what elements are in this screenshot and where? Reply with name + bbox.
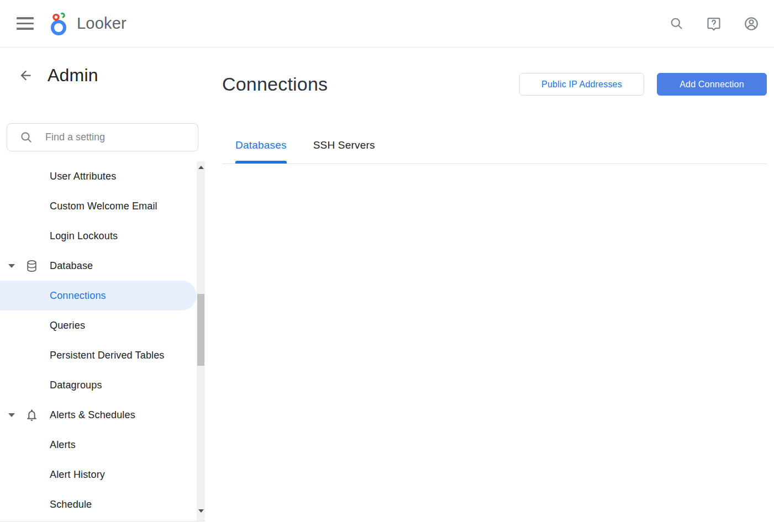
- sidebar-item-label: Alerts & Schedules: [0, 409, 135, 421]
- search-icon: [669, 16, 684, 31]
- bell-icon: [24, 408, 39, 422]
- help-icon: [706, 16, 722, 31]
- sidebar-item-login-lockouts[interactable]: Login Lockouts: [0, 221, 197, 251]
- sidebar-item-label: Alerts: [0, 439, 76, 451]
- settings-search-box[interactable]: [7, 123, 198, 151]
- sidebar-item-datagroups[interactable]: Datagroups: [0, 370, 197, 400]
- sidebar-item-user-attributes[interactable]: User Attributes: [0, 161, 197, 191]
- sidebar-item-label: User Attributes: [0, 171, 116, 182]
- looker-logo[interactable]: Looker: [49, 11, 127, 36]
- sidebar-title: Admin: [48, 65, 98, 86]
- page-title: Connections: [222, 73, 328, 95]
- expand-caret-icon[interactable]: [8, 413, 15, 417]
- search-icon: [19, 130, 33, 144]
- admin-header: Admin: [18, 61, 205, 89]
- sidebar-item-alerts-schedules[interactable]: Alerts & Schedules: [0, 400, 197, 430]
- sidebar-item-database[interactable]: Database: [0, 251, 197, 281]
- tab-databases[interactable]: Databases: [235, 118, 287, 164]
- sidebar-item-label: Alert History: [0, 469, 105, 481]
- looker-logo-text: Looker: [77, 14, 127, 33]
- sidebar-item-label: Login Lockouts: [0, 230, 118, 242]
- sidebar-item-label: Custom Welcome Email: [0, 201, 157, 212]
- sidebar-item-custom-welcome-email[interactable]: Custom Welcome Email: [0, 191, 197, 221]
- account-icon: [744, 16, 759, 31]
- sidebar-item-label: Connections: [0, 290, 106, 302]
- sidebar-scrollbar[interactable]: [197, 161, 205, 522]
- top-bar: Looker: [0, 0, 774, 48]
- admin-sidebar: Admin User AttributesCustom Welcome Emai…: [0, 48, 205, 532]
- main-content: Connections Public IP Addresses Add Conn…: [205, 48, 774, 532]
- scroll-down-button[interactable]: [197, 506, 205, 516]
- settings-search-input[interactable]: [45, 131, 190, 143]
- sidebar-item-label: Datagroups: [0, 380, 102, 391]
- scrollbar-thumb[interactable]: [197, 294, 204, 366]
- scroll-up-button[interactable]: [197, 162, 205, 172]
- help-button[interactable]: [706, 16, 722, 31]
- search-button[interactable]: [668, 16, 684, 31]
- sidebar-item-label: Persistent Derived Tables: [0, 350, 165, 361]
- sidebar-list: User AttributesCustom Welcome EmailLogin…: [0, 161, 197, 521]
- sidebar-nav: User AttributesCustom Welcome EmailLogin…: [0, 161, 205, 522]
- sidebar-item-connections[interactable]: Connections: [0, 281, 197, 310]
- account-button[interactable]: [744, 16, 759, 31]
- sidebar-item-label: Queries: [0, 320, 85, 331]
- triangle-up-icon: [198, 166, 204, 169]
- looker-logo-icon: [49, 11, 73, 36]
- tab-bar: DatabasesSSH Servers: [222, 118, 767, 164]
- add-connection-button[interactable]: Add Connection: [657, 73, 767, 96]
- expand-caret-icon[interactable]: [8, 264, 15, 268]
- database-icon: [24, 259, 39, 273]
- sidebar-item-queries[interactable]: Queries: [0, 310, 197, 340]
- sidebar-item-alert-history[interactable]: Alert History: [0, 460, 197, 489]
- sidebar-item-schedule[interactable]: Schedule: [0, 489, 197, 519]
- sidebar-item-persistent-derived-tables[interactable]: Persistent Derived Tables: [0, 340, 197, 370]
- hamburger-menu-icon[interactable]: [17, 15, 35, 32]
- arrow-back-icon: [18, 68, 33, 83]
- public-ip-addresses-button[interactable]: Public IP Addresses: [519, 73, 644, 96]
- back-button[interactable]: [18, 67, 33, 83]
- sidebar-item-alerts[interactable]: Alerts: [0, 430, 197, 460]
- sidebar-item-label: Schedule: [0, 499, 92, 510]
- triangle-down-icon: [198, 509, 204, 513]
- tab-ssh-servers[interactable]: SSH Servers: [313, 118, 375, 164]
